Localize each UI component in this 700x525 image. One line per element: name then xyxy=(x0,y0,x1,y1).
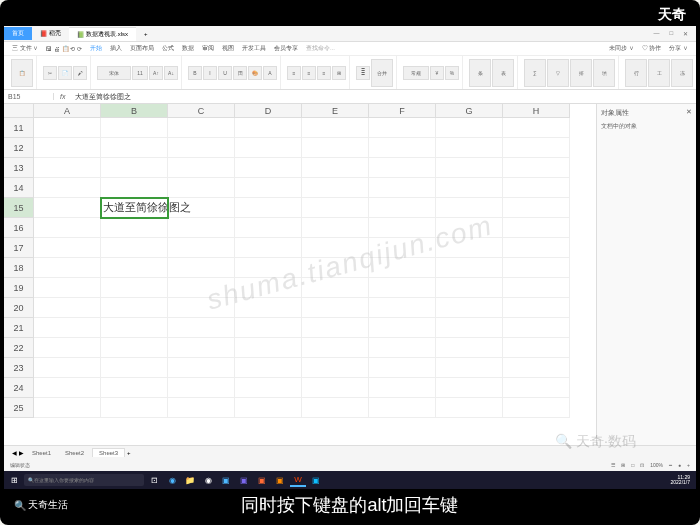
home-tab[interactable]: 首页 xyxy=(4,27,32,40)
cell-B18[interactable] xyxy=(101,258,168,278)
cell-A16[interactable] xyxy=(34,218,101,238)
cell-B23[interactable] xyxy=(101,358,168,378)
cell-G14[interactable] xyxy=(436,178,503,198)
row-header-22[interactable]: 22 xyxy=(4,338,34,358)
font-size[interactable]: 11 xyxy=(132,66,148,80)
border-button[interactable]: 田 xyxy=(233,66,247,80)
cell-C12[interactable] xyxy=(168,138,235,158)
merge-center[interactable]: 合并 xyxy=(371,59,393,87)
cell-E25[interactable] xyxy=(302,398,369,418)
align-center[interactable]: ≡ xyxy=(302,66,316,80)
cell-B11[interactable] xyxy=(101,118,168,138)
cell-B20[interactable] xyxy=(101,298,168,318)
app-icon-5[interactable]: ▣ xyxy=(308,473,324,487)
cell-B24[interactable] xyxy=(101,378,168,398)
cell-F17[interactable] xyxy=(369,238,436,258)
align-right[interactable]: ≡ xyxy=(317,66,331,80)
row-header-21[interactable]: 21 xyxy=(4,318,34,338)
cell-E15[interactable] xyxy=(302,198,369,218)
sheet-tab-3[interactable]: Sheet3 xyxy=(92,448,125,457)
cell-A25[interactable] xyxy=(34,398,101,418)
cell-A23[interactable] xyxy=(34,358,101,378)
sheet-tab-1[interactable]: Sheet1 xyxy=(26,449,57,457)
cell-B14[interactable] xyxy=(101,178,168,198)
cell-A19[interactable] xyxy=(34,278,101,298)
number-format[interactable]: 常规 xyxy=(403,66,429,80)
panel-close-icon[interactable]: ✕ xyxy=(686,108,692,118)
cell-F23[interactable] xyxy=(369,358,436,378)
cell-E23[interactable] xyxy=(302,358,369,378)
cell-F25[interactable] xyxy=(369,398,436,418)
cell-D23[interactable] xyxy=(235,358,302,378)
sync-status[interactable]: 未同步 ∨ xyxy=(609,44,634,53)
cell-A24[interactable] xyxy=(34,378,101,398)
sheet-nav-prev[interactable]: ◀ xyxy=(12,449,17,456)
name-box[interactable]: B15 xyxy=(4,93,54,100)
menu-data[interactable]: 数据 xyxy=(182,44,194,53)
cell-G22[interactable] xyxy=(436,338,503,358)
menu-qat[interactable]: 🖫 🖨 📋 ⟲ ⟳ xyxy=(46,45,82,52)
filter-button[interactable]: ▽ xyxy=(547,59,569,87)
select-all-corner[interactable] xyxy=(4,104,34,118)
cell-C16[interactable] xyxy=(168,218,235,238)
wrap-button[interactable]: ≣ xyxy=(356,66,370,80)
row-header-11[interactable]: 11 xyxy=(4,118,34,138)
cell-H18[interactable] xyxy=(503,258,570,278)
cell-A22[interactable] xyxy=(34,338,101,358)
col-header-H[interactable]: H xyxy=(503,104,570,118)
share-button[interactable]: 分享 ∨ xyxy=(669,44,688,53)
cell-A13[interactable] xyxy=(34,158,101,178)
font-shrink[interactable]: A↓ xyxy=(164,66,178,80)
font-grow[interactable]: A↑ xyxy=(149,66,163,80)
cell-D25[interactable] xyxy=(235,398,302,418)
cell-C22[interactable] xyxy=(168,338,235,358)
menu-file[interactable]: 三 文件 ∨ xyxy=(12,44,38,53)
cell-C14[interactable] xyxy=(168,178,235,198)
row-header-18[interactable]: 18 xyxy=(4,258,34,278)
cell-E13[interactable] xyxy=(302,158,369,178)
cell-D15[interactable] xyxy=(235,198,302,218)
cell-E12[interactable] xyxy=(302,138,369,158)
view-break-icon[interactable]: □ xyxy=(631,462,634,468)
file-tab[interactable]: 📗 数据透视表.xlsx xyxy=(69,27,136,41)
cell-B16[interactable] xyxy=(101,218,168,238)
cell-F22[interactable] xyxy=(369,338,436,358)
menu-dev[interactable]: 开发工具 xyxy=(242,44,266,53)
cell-C18[interactable] xyxy=(168,258,235,278)
folder-icon[interactable]: 📁 xyxy=(182,473,198,487)
cell-D22[interactable] xyxy=(235,338,302,358)
cell-H22[interactable] xyxy=(503,338,570,358)
menu-layout[interactable]: 页面布局 xyxy=(130,44,154,53)
cell-E16[interactable] xyxy=(302,218,369,238)
app-icon-3[interactable]: ▣ xyxy=(254,473,270,487)
cell-C19[interactable] xyxy=(168,278,235,298)
cell-G24[interactable] xyxy=(436,378,503,398)
cell-F24[interactable] xyxy=(369,378,436,398)
cell-F19[interactable] xyxy=(369,278,436,298)
cell-H25[interactable] xyxy=(503,398,570,418)
rows-cols[interactable]: 行 xyxy=(625,59,647,87)
collab-button[interactable]: ♡ 协作 xyxy=(642,44,662,53)
cell-E24[interactable] xyxy=(302,378,369,398)
cell-A21[interactable] xyxy=(34,318,101,338)
menu-search[interactable]: 查找命令... xyxy=(306,44,335,53)
cell-G25[interactable] xyxy=(436,398,503,418)
cell-H11[interactable] xyxy=(503,118,570,138)
format-painter[interactable]: 🖌 xyxy=(73,66,87,80)
cell-D17[interactable] xyxy=(235,238,302,258)
taskbar-date[interactable]: 2022/1/7 xyxy=(671,480,690,485)
cell-H23[interactable] xyxy=(503,358,570,378)
cell-C21[interactable] xyxy=(168,318,235,338)
sum-button[interactable]: ∑ xyxy=(524,59,546,87)
sheet-tab-2[interactable]: Sheet2 xyxy=(59,449,90,457)
sheet-nav-next[interactable]: ▶ xyxy=(19,449,24,456)
menu-start[interactable]: 开始 xyxy=(90,44,102,53)
app-icon-2[interactable]: ▣ xyxy=(236,473,252,487)
cell-H15[interactable] xyxy=(503,198,570,218)
cell-H24[interactable] xyxy=(503,378,570,398)
menu-review[interactable]: 审阅 xyxy=(202,44,214,53)
minimize-icon[interactable]: — xyxy=(653,30,659,37)
app-icon-4[interactable]: ▣ xyxy=(272,473,288,487)
start-button[interactable]: ⊞ xyxy=(6,473,22,487)
cell-D24[interactable] xyxy=(235,378,302,398)
